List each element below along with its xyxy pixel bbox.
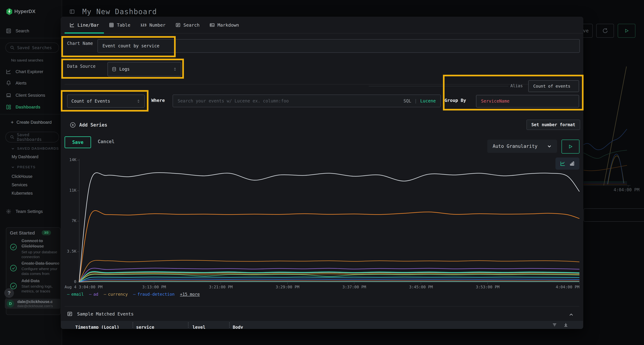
download-icon[interactable] [563, 322, 568, 327]
x-tick-label: 3:37:00 PM [342, 285, 366, 289]
play-icon [568, 144, 573, 149]
sidebar-item-alerts[interactable]: Alerts [6, 80, 26, 86]
select-chevrons-icon [136, 99, 140, 103]
tab-number[interactable]: 123 Number [136, 17, 171, 33]
column-header[interactable]: Timestamp (Local) [75, 325, 119, 329]
background-search-bar[interactable] [584, 208, 644, 222]
column-header[interactable]: service [136, 325, 154, 329]
run-query-button[interactable] [562, 140, 580, 154]
x-tick-label: 3:45:00 PM [409, 285, 433, 289]
get-started-title: Get Started [10, 230, 35, 236]
chart-series-orange-high [79, 211, 580, 282]
tab-line-bar[interactable]: Line/Bar [64, 17, 104, 33]
get-started-item[interactable]: Create Data Source [22, 261, 61, 266]
aggregation-select[interactable]: Count of Events [67, 95, 145, 108]
chart-series-top-unlabeled [79, 173, 580, 282]
line-chart-icon [6, 69, 11, 74]
user-card[interactable]: D dale@clickhouse.c dale@clickhouse.com'… [5, 299, 61, 309]
tab-table[interactable]: Table [104, 17, 135, 33]
number-123-icon: 123 [140, 23, 146, 27]
plus-icon: + [11, 119, 14, 125]
data-source-label: Data Source [67, 64, 96, 69]
brand-name: HyperDX [14, 8, 36, 14]
saved-searches-input[interactable]: Saved Searches [5, 42, 59, 53]
sidebar: HyperDX Search Saved Searches No saved s… [0, 0, 62, 345]
help-button[interactable]: ? [4, 288, 14, 298]
sidebar-item-clickhouse[interactable]: ClickHouse [12, 174, 32, 179]
column-header[interactable]: Body [233, 325, 243, 329]
chart-type-tabs: Line/Bar Table 123 Number Search Markdow… [61, 17, 583, 33]
x-tick-label: 3:13:00 PM [142, 285, 166, 289]
app-screen: My New Dashboard Save 4:04:00 PM HyperDX… [0, 0, 644, 345]
alias-input[interactable]: Count of events [528, 80, 579, 92]
data-source-select[interactable]: Logs [108, 62, 181, 76]
sql-toggle[interactable]: SQL [404, 98, 411, 103]
save-button[interactable]: Save [64, 136, 91, 148]
set-number-format-button[interactable]: Set number format [526, 120, 580, 130]
logs-icon [67, 311, 72, 317]
column-header[interactable]: level [192, 325, 205, 329]
alias-label: Alias [510, 83, 523, 88]
granularity-select[interactable]: Auto Granularity [487, 140, 557, 153]
chart-name-label: Chart Name [67, 41, 93, 46]
where-input[interactable]: Search your events w/ Lucene ex. column:… [173, 95, 441, 107]
sidebar-item-my-dashboard[interactable]: My Dashboard [12, 154, 38, 159]
legend-item[interactable]: —fraud-detection [133, 292, 174, 297]
list-icon [176, 22, 180, 27]
y-tick-label: 0 [61, 279, 76, 284]
collapse-section-icon[interactable] [569, 312, 574, 317]
sidebar-collapse-icon[interactable] [70, 9, 75, 14]
avatar: D [6, 300, 14, 308]
no-saved-searches-text: No saved searches [11, 58, 43, 62]
group-by-label: Group By [444, 98, 466, 103]
refresh-button[interactable] [596, 24, 614, 38]
chart-series-ad [79, 268, 580, 282]
legend-more-link[interactable]: +15 more [180, 292, 200, 297]
legend-item[interactable]: —email [67, 292, 84, 297]
tab-markdown[interactable]: Markdown [205, 17, 244, 33]
chart-name-input[interactable]: Event count by service [98, 39, 580, 53]
saved-dashboards-section-header[interactable]: SAVED DASHBOARDS [11, 147, 59, 150]
add-series-button[interactable]: Add Series [70, 122, 107, 128]
sidebar-item-search[interactable]: Search [6, 28, 29, 34]
select-chevrons-icon [173, 67, 177, 71]
background-chart [583, 61, 644, 197]
page-title: My New Dashboard [82, 7, 157, 16]
cancel-button[interactable]: Cancel [98, 139, 114, 144]
line-chart-icon [70, 22, 74, 27]
get-started-item[interactable]: Connect to ClickHouse [22, 238, 59, 249]
x-tick-label: 3:29:00 PM [276, 285, 299, 289]
legend-item[interactable]: —currency [104, 292, 128, 297]
filter-icon[interactable] [552, 322, 557, 327]
sidebar-item-dashboards[interactable]: Dashboards [6, 104, 40, 110]
sidebar-item-chart-explorer[interactable]: Chart Explorer [6, 69, 43, 74]
gear-icon [6, 209, 11, 214]
sidebar-item-kubernetes[interactable]: Kubernetes [12, 191, 33, 196]
lucene-toggle[interactable]: Lucene [420, 98, 436, 103]
magnifier-icon [10, 135, 14, 139]
y-tick-label: 11K [61, 188, 76, 193]
tab-search[interactable]: Search [170, 17, 204, 33]
y-tick-label: 3.5K [61, 249, 76, 254]
sidebar-item-services[interactable]: Services [12, 183, 27, 187]
check-circle-icon [10, 265, 17, 272]
y-tick-label: 7K [61, 218, 76, 223]
x-tick-label: 3:53:00 PM [476, 285, 500, 289]
presets-section-header[interactable]: PRESETS [11, 165, 36, 169]
create-dashboard-button[interactable]: + Create Dashboard [11, 119, 52, 125]
chevron-down-icon [11, 165, 15, 169]
sample-events-header[interactable]: Sample Matched Events [67, 311, 134, 317]
markdown-icon [210, 22, 215, 27]
get-started-item[interactable]: Add Data [22, 278, 61, 284]
group-by-input[interactable]: ServiceName [476, 95, 579, 107]
saved-dashboards-input[interactable]: Saved Dashboards [5, 132, 59, 142]
sidebar-item-client-sessions[interactable]: Client Sessions [6, 93, 45, 98]
x-tick-label: 3:21:00 PM [209, 285, 232, 289]
sidebar-item-team-settings[interactable]: Team Settings [6, 209, 43, 214]
get-started-badge: 3/3 [42, 230, 51, 235]
dashboards-icon [6, 104, 11, 110]
chart-series-teal-flat [79, 282, 580, 282]
legend-item[interactable]: —ad [89, 292, 98, 297]
chevron-down-icon [547, 144, 552, 149]
dashboard-run-button[interactable] [618, 24, 636, 38]
